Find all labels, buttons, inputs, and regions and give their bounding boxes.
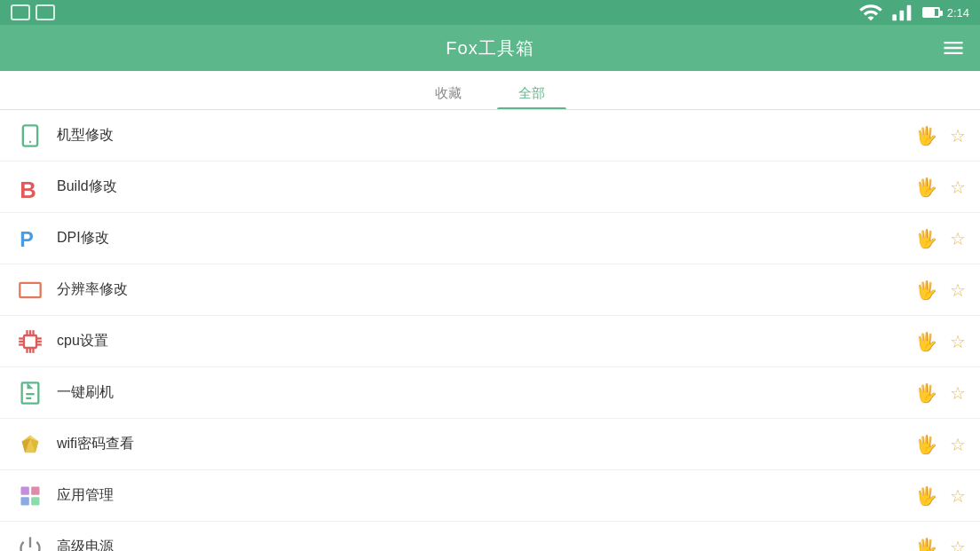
svg-rect-3 xyxy=(23,125,37,146)
item-label: Build修改 xyxy=(57,177,915,196)
item-label: 一键刷机 xyxy=(57,383,915,402)
cpu-icon xyxy=(14,326,46,358)
toolbar: Fox工具箱 xyxy=(0,25,980,71)
star-action[interactable]: ☆ xyxy=(950,279,966,301)
hand-action[interactable]: 🖐 xyxy=(915,177,937,198)
list-item[interactable]: 高级电源 🖐 ☆ xyxy=(0,522,980,551)
svg-rect-28 xyxy=(21,486,29,494)
star-action[interactable]: ☆ xyxy=(950,331,966,352)
list-item[interactable]: 应用管理 🖐 ☆ xyxy=(0,470,980,522)
list-item[interactable]: B Build修改 🖐 ☆ xyxy=(0,161,980,213)
item-label: DPI修改 xyxy=(57,229,915,248)
item-actions: 🖐 ☆ xyxy=(915,382,966,404)
svg-rect-30 xyxy=(21,497,29,505)
hand-action[interactable]: 🖐 xyxy=(915,537,937,552)
resolution-icon xyxy=(14,274,46,306)
signal-icon xyxy=(890,0,915,25)
settings-button[interactable] xyxy=(941,35,966,60)
hand-action[interactable]: 🖐 xyxy=(915,331,937,352)
star-action[interactable]: ☆ xyxy=(950,125,966,146)
list-item[interactable]: 机型修改 🖐 ☆ xyxy=(0,110,980,161)
toolbar-title: Fox工具箱 xyxy=(446,36,533,60)
svg-rect-31 xyxy=(31,497,39,505)
status-bar-right: 2:14 xyxy=(858,0,969,25)
star-action[interactable]: ☆ xyxy=(950,434,966,455)
item-label: 机型修改 xyxy=(57,126,915,145)
build-icon: B xyxy=(14,171,46,203)
star-action[interactable]: ☆ xyxy=(950,382,966,404)
settings-icon xyxy=(941,35,966,60)
item-actions: 🖐 ☆ xyxy=(915,434,966,455)
star-action[interactable]: ☆ xyxy=(950,485,966,507)
svg-rect-29 xyxy=(31,486,39,494)
tab-all[interactable]: 全部 xyxy=(497,78,566,109)
item-label: 分辨率修改 xyxy=(57,280,915,299)
flash-icon xyxy=(14,377,46,409)
list-item[interactable]: wifi密码查看 🖐 ☆ xyxy=(0,419,980,470)
clock: 2:14 xyxy=(947,6,969,20)
item-actions: 🖐 ☆ xyxy=(915,125,966,146)
item-label: 高级电源 xyxy=(57,538,915,551)
list-item[interactable]: P DPI修改 🖐 ☆ xyxy=(0,213,980,264)
status-bar: 2:14 xyxy=(0,0,980,25)
star-action[interactable]: ☆ xyxy=(950,537,966,552)
dpi-icon: P xyxy=(14,223,46,255)
hand-action[interactable]: 🖐 xyxy=(915,125,937,146)
star-action[interactable]: ☆ xyxy=(950,177,966,198)
window-btn-1 xyxy=(11,4,30,20)
status-bar-left xyxy=(11,4,55,20)
item-actions: 🖐 ☆ xyxy=(915,331,966,352)
list-item[interactable]: 一键刷机 🖐 ☆ xyxy=(0,367,980,419)
svg-text:P: P xyxy=(20,228,34,251)
item-label: cpu设置 xyxy=(57,332,915,350)
wifi-icon xyxy=(858,0,883,25)
list-item[interactable]: cpu设置 🖐 ☆ xyxy=(0,316,980,367)
phone-icon xyxy=(14,120,46,152)
item-actions: 🖐 ☆ xyxy=(915,537,966,552)
hand-action[interactable]: 🖐 xyxy=(915,279,937,301)
svg-text:B: B xyxy=(20,177,36,199)
apps-icon xyxy=(14,480,46,512)
item-actions: 🖐 ☆ xyxy=(915,228,966,249)
tab-favorites[interactable]: 收藏 xyxy=(414,78,483,109)
svg-rect-0 xyxy=(892,14,897,20)
item-label: wifi密码查看 xyxy=(57,435,915,453)
svg-rect-8 xyxy=(24,335,36,348)
item-label: 应用管理 xyxy=(57,486,915,505)
tab-bar: 收藏 全部 xyxy=(0,71,980,110)
battery-icon xyxy=(922,7,940,18)
hand-action[interactable]: 🖐 xyxy=(915,485,937,507)
star-action[interactable]: ☆ xyxy=(950,228,966,249)
tool-list: 机型修改 🖐 ☆ B Build修改 🖐 ☆ P DPI修改 🖐 ☆ xyxy=(0,110,980,551)
svg-rect-2 xyxy=(906,5,911,21)
item-actions: 🖐 ☆ xyxy=(915,485,966,507)
svg-rect-7 xyxy=(20,282,40,296)
item-actions: 🖐 ☆ xyxy=(915,177,966,198)
svg-rect-1 xyxy=(899,11,904,21)
hand-action[interactable]: 🖐 xyxy=(915,434,937,455)
list-item[interactable]: 分辨率修改 🖐 ☆ xyxy=(0,264,980,316)
hand-action[interactable]: 🖐 xyxy=(915,228,937,249)
wifi-gem-icon xyxy=(14,429,46,460)
hand-action[interactable]: 🖐 xyxy=(915,382,937,404)
window-btn-2 xyxy=(36,4,55,20)
item-actions: 🖐 ☆ xyxy=(915,279,966,301)
power-icon xyxy=(14,531,46,552)
